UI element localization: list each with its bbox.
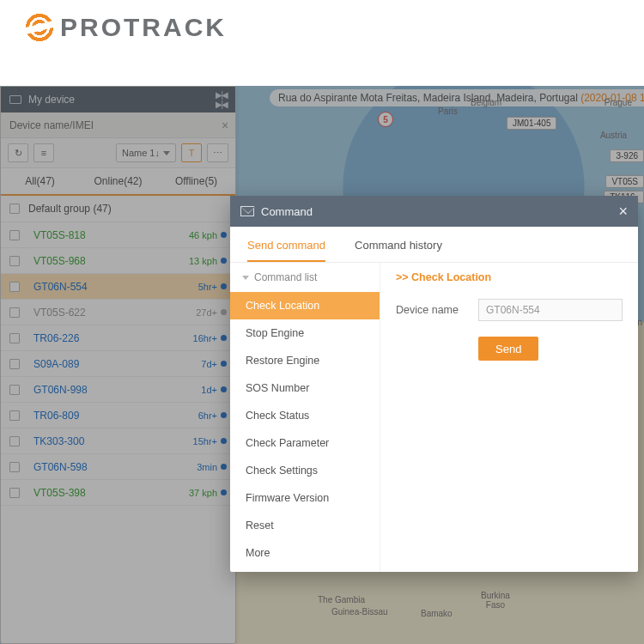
device-name-input[interactable] <box>478 299 623 321</box>
command-item[interactable]: Check Settings <box>230 457 380 484</box>
close-icon[interactable]: × <box>618 203 628 221</box>
command-list-header[interactable]: Command list <box>230 263 380 292</box>
modal-title: Command <box>261 205 313 218</box>
command-list-column: Command list Check LocationStop EngineRe… <box>230 263 380 572</box>
command-crumb: >> Check Location <box>396 271 623 283</box>
command-detail-column: >> Check Location Device name Send <box>380 263 638 572</box>
device-name-label: Device name <box>396 304 468 316</box>
logo-mark-icon <box>24 12 55 43</box>
send-button[interactable]: Send <box>478 337 538 361</box>
command-item[interactable]: Check Parameter <box>230 429 380 457</box>
command-item[interactable]: Reset <box>230 512 380 539</box>
command-item[interactable]: Check Location <box>230 292 380 319</box>
command-item[interactable]: Restore Engine <box>230 347 380 374</box>
command-item[interactable]: SOS Number <box>230 374 380 402</box>
command-item[interactable]: More <box>230 539 380 567</box>
modal-header: Command × <box>230 196 638 227</box>
command-modal: Command × Send command Command history C… <box>230 196 638 572</box>
command-item[interactable]: Firmware Version <box>230 484 380 512</box>
tab-command-history[interactable]: Command history <box>355 239 442 262</box>
command-item[interactable]: Check Status <box>230 402 380 429</box>
command-icon <box>240 206 254 216</box>
app-frame: Rua do Aspirante Mota Freitas, Madeira I… <box>0 86 644 644</box>
modal-tabs: Send command Command history <box>230 227 638 263</box>
tab-send-command[interactable]: Send command <box>247 239 325 262</box>
logo-text: PROTRACK <box>60 13 227 42</box>
command-item[interactable]: Stop Engine <box>230 319 380 347</box>
brand-logo: PROTRACK <box>0 0 644 52</box>
